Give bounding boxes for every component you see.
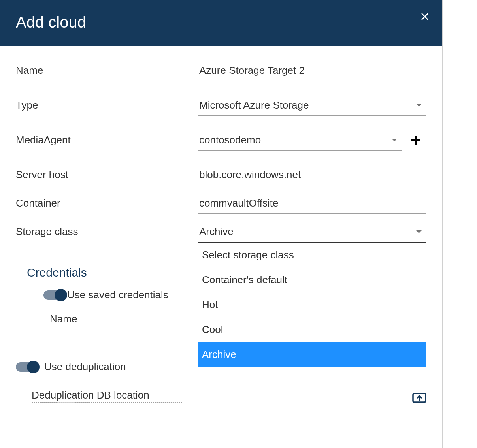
type-value: Microsoft Azure Storage [199, 99, 309, 111]
dedup-db-label: Deduplication DB location [32, 389, 182, 403]
use-saved-credentials-toggle[interactable] [43, 290, 66, 300]
caret-down-icon [416, 230, 422, 233]
toggle-knob [55, 289, 67, 301]
storageclass-option-hot[interactable]: Hot [198, 292, 426, 317]
credentials-name-label: Name [50, 313, 198, 325]
close-icon[interactable] [420, 12, 430, 23]
type-label: Type [16, 99, 198, 111]
storageclass-option-archive[interactable]: Archive [198, 342, 426, 367]
storageclass-option-cool[interactable]: Cool [198, 317, 426, 342]
modal-header: Add cloud [0, 0, 442, 46]
container-row: Container [16, 195, 426, 214]
container-label: Container [16, 197, 198, 209]
use-dedup-label: Use deduplication [44, 361, 126, 373]
modal-body: Name Type Microsoft Azure Storage MediaA… [0, 46, 442, 411]
dedup-db-input[interactable] [198, 389, 405, 403]
use-saved-credentials-label: Use saved credentials [67, 289, 168, 301]
name-row: Name [16, 62, 426, 81]
serverhost-label: Server host [16, 169, 198, 181]
storageclass-row: Storage class Archive Select storage cla… [16, 223, 426, 242]
type-select[interactable]: Microsoft Azure Storage [198, 97, 426, 116]
serverhost-row: Server host [16, 166, 426, 185]
mediaagent-select[interactable]: contosodemo [198, 132, 402, 151]
storageclass-dropdown: Select storage class Container's default… [198, 242, 426, 367]
serverhost-input[interactable] [198, 166, 426, 185]
mediaagent-row: MediaAgent contosodemo [16, 132, 426, 151]
caret-down-icon [416, 104, 422, 107]
name-input[interactable] [198, 62, 426, 81]
add-mediaagent-button[interactable] [410, 134, 422, 149]
caret-down-icon [392, 139, 397, 141]
container-input[interactable] [198, 195, 426, 214]
mediaagent-label: MediaAgent [16, 134, 198, 146]
toggle-knob [27, 361, 40, 373]
add-cloud-modal: Add cloud Name Type Microsoft Azure Stor… [0, 0, 443, 448]
dedup-db-row: Deduplication DB location [32, 389, 426, 403]
storageclass-label: Storage class [16, 226, 198, 238]
name-label: Name [16, 64, 198, 77]
storageclass-value: Archive [199, 226, 234, 238]
storageclass-select[interactable]: Archive [198, 223, 426, 242]
storageclass-option-default[interactable]: Container's default [198, 267, 426, 292]
type-row: Type Microsoft Azure Storage [16, 97, 426, 116]
modal-title: Add cloud [16, 13, 86, 31]
storageclass-option-placeholder[interactable]: Select storage class [198, 243, 426, 267]
mediaagent-value: contosodemo [199, 134, 261, 146]
use-dedup-toggle[interactable] [16, 362, 38, 372]
browse-icon[interactable] [412, 390, 426, 403]
